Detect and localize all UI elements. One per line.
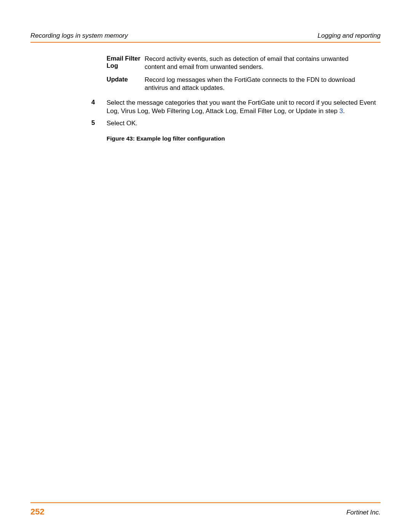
definition-desc: Record log messages when the FortiGate c… (145, 76, 381, 91)
step-body: Select the message categories that you w… (107, 99, 381, 115)
footer-company: Fortinet Inc. (346, 509, 381, 516)
header-right: Logging and reporting (318, 32, 381, 40)
page-header: Recording logs in system memory Logging … (30, 32, 381, 43)
figure-caption: Figure 43: Example log filter configurat… (91, 135, 381, 142)
definition-desc: Record activity events, such as detectio… (145, 55, 381, 70)
step-number: 5 (91, 119, 107, 128)
definition-term: Update (91, 76, 145, 91)
step-text: Select OK. (107, 120, 137, 127)
steps-list: 4 Select the message categories that you… (91, 99, 381, 128)
page: Recording logs in system memory Logging … (0, 0, 411, 532)
definition-row: Email Filter Log Record activity events,… (91, 55, 381, 70)
step-item: 5 Select OK. (91, 119, 381, 128)
step-link[interactable]: 3 (339, 107, 343, 115)
definition-term: Email Filter Log (91, 55, 145, 70)
step-body: Select OK. (107, 119, 381, 128)
step-item: 4 Select the message categories that you… (91, 99, 381, 115)
header-left: Recording logs in system memory (30, 32, 128, 40)
step-number: 4 (91, 99, 107, 115)
page-footer: 252 Fortinet Inc. (30, 502, 381, 517)
step-text-post: . (343, 107, 345, 115)
definitions-list: Email Filter Log Record activity events,… (91, 55, 381, 92)
definition-row: Update Record log messages when the Fort… (91, 76, 381, 91)
page-number: 252 (30, 507, 45, 517)
step-text: Select the message categories that you w… (107, 99, 376, 115)
content-area: Email Filter Log Record activity events,… (30, 55, 381, 502)
